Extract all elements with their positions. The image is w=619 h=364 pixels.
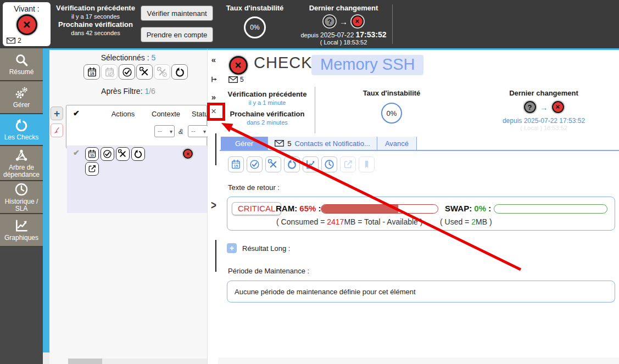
contexte-filter-select[interactable]: -- ▾ bbox=[154, 125, 175, 137]
undo-icon bbox=[14, 118, 29, 132]
check-mail: 5 bbox=[228, 76, 244, 83]
bottom-strip bbox=[218, 357, 619, 364]
bulk-actions-toolbar bbox=[83, 64, 188, 80]
next-check-label: Prochaine vérification bbox=[220, 109, 315, 119]
arrow-to-bar-icon bbox=[210, 75, 218, 83]
last-change-since: depuis 2025-07-22 17:53:52 bbox=[295, 30, 392, 39]
horizontal-scrollbar[interactable] bbox=[68, 359, 207, 364]
undo-icon bbox=[287, 159, 297, 170]
row-status-critical-icon bbox=[183, 149, 193, 159]
check-mail-count: 5 bbox=[240, 76, 244, 83]
row-schedule-button[interactable] bbox=[85, 147, 99, 161]
share-icon bbox=[87, 164, 97, 173]
swap-progress-bar bbox=[494, 204, 607, 214]
ram-consumed-detail: ( Consumed = 2417MB = Total - Available … bbox=[276, 217, 422, 226]
acknowledge-checks-button[interactable] bbox=[119, 64, 135, 80]
long-result-row: + Résultat Long : bbox=[227, 243, 290, 253]
envelope-icon bbox=[228, 76, 238, 83]
maintenance-box: Aucune période de maintenance définie po… bbox=[227, 281, 615, 303]
checks-table-header: ✔ Actions Contexte Statut -- ▾ & -- ▾ bbox=[66, 105, 207, 148]
sidebar-item-historique-sla[interactable]: Historique / SLA bbox=[0, 181, 43, 214]
topbar-verification-block: Vérification précédente il y a 17 second… bbox=[54, 4, 137, 37]
resize-handle[interactable] bbox=[215, 133, 216, 165]
sidebar-item-label: Résumé bbox=[9, 69, 34, 76]
entity-name-badge: Memory SSH bbox=[311, 55, 423, 75]
close-panel-button[interactable]: × bbox=[208, 107, 220, 116]
expand-panel-button[interactable]: » bbox=[208, 93, 220, 102]
next-check-value: dans 2 minutes bbox=[220, 119, 315, 127]
row-tools-button[interactable] bbox=[116, 147, 130, 161]
row-export-button[interactable] bbox=[85, 162, 99, 176]
check-info-row: Vérification précédente il y a 1 minute … bbox=[220, 84, 619, 135]
tab-avance[interactable]: Avancé bbox=[377, 137, 417, 150]
acknowledge-button[interactable] bbox=[247, 156, 263, 172]
clear-filter-button[interactable] bbox=[51, 124, 63, 137]
prev-check-value: il y a 1 minute bbox=[220, 99, 315, 107]
sidebar-item-resume[interactable]: Résumé bbox=[0, 48, 43, 81]
check-instability-block: Taux d'instabilité 0% bbox=[315, 88, 469, 124]
tab-gerer[interactable]: Gérer bbox=[221, 137, 268, 150]
tools-button[interactable] bbox=[136, 64, 153, 80]
ram-progress-bar bbox=[321, 204, 438, 214]
collapse-panel-button[interactable]: « bbox=[208, 55, 220, 64]
expand-to-edge-button[interactable] bbox=[208, 75, 220, 85]
check-circle-icon bbox=[103, 149, 112, 159]
tools-icon bbox=[268, 159, 278, 170]
row-acknowledge-button[interactable] bbox=[101, 147, 114, 161]
schedule-button[interactable] bbox=[228, 156, 244, 172]
column-statut: Statut bbox=[192, 110, 207, 118]
accent-divider-strip-end bbox=[43, 352, 49, 364]
sidebar-item-gerer[interactable]: Gérer bbox=[0, 81, 43, 114]
ram-progress-fill bbox=[321, 205, 398, 213]
panel-resize-strip: « » × > bbox=[208, 48, 220, 364]
status-critical-icon bbox=[16, 14, 37, 35]
graphs-button[interactable] bbox=[303, 156, 319, 172]
accent-divider-strip bbox=[43, 48, 49, 352]
recheck-button[interactable] bbox=[171, 64, 188, 80]
next-check-value: dans 42 secondes bbox=[54, 29, 137, 37]
check-row-memory-ssh[interactable]: ✔ bbox=[67, 145, 207, 213]
unknown-state-icon: ? bbox=[524, 101, 536, 113]
expand-long-result-button[interactable]: + bbox=[227, 243, 237, 253]
unschedule-button[interactable] bbox=[101, 64, 118, 80]
select-all-checkbox[interactable]: ✔ bbox=[73, 109, 80, 117]
recheck-button[interactable] bbox=[284, 156, 300, 172]
sidebar-item-arbre-dependance[interactable]: Arbre de dépendance bbox=[0, 146, 43, 181]
resize-handle[interactable] bbox=[215, 240, 216, 272]
swap-label: SWAP: 0% : bbox=[445, 204, 491, 213]
instability-label: Taux d'instabilité bbox=[221, 4, 288, 13]
row-checkbox[interactable]: ✔ bbox=[73, 148, 80, 157]
acknowledge-button[interactable]: Prendre en compte bbox=[141, 27, 213, 42]
add-check-button[interactable]: + bbox=[51, 107, 63, 120]
sidebar-item-label: Gérer bbox=[13, 102, 30, 109]
tools-icon bbox=[140, 67, 150, 77]
caret-down-icon: ▾ bbox=[203, 128, 206, 135]
check-circle-icon bbox=[122, 67, 132, 77]
tools-button[interactable] bbox=[265, 156, 281, 172]
row-recheck-button[interactable] bbox=[131, 147, 145, 161]
search-icon bbox=[14, 53, 29, 67]
last-change-since: depuis 2025-07-22 17:53:52 bbox=[469, 117, 619, 125]
next-check-label: Prochaine vérification bbox=[54, 20, 137, 29]
sidebar-item-label: Historique / SLA bbox=[0, 198, 43, 212]
envelope-icon bbox=[275, 140, 284, 147]
external-link-button[interactable] bbox=[340, 156, 356, 172]
history-button[interactable] bbox=[321, 156, 337, 172]
sidebar-item-graphiques[interactable]: Graphiques bbox=[0, 214, 43, 247]
chevron-right-icon[interactable]: > bbox=[208, 200, 220, 211]
sidebar-item-les-checks[interactable]: Les Checks bbox=[0, 114, 43, 146]
check-now-button[interactable]: Vérifier maintenant bbox=[141, 5, 213, 21]
instability-gauge: 0% bbox=[381, 103, 402, 124]
calendar-icon bbox=[87, 149, 97, 159]
broom-icon bbox=[53, 126, 62, 135]
statut-filter-select[interactable]: -- ▾ bbox=[188, 125, 208, 137]
arrow-right-icon: → bbox=[540, 103, 548, 112]
bookmark-button[interactable] bbox=[359, 156, 375, 172]
scrollbar-thumb[interactable] bbox=[68, 359, 102, 364]
sidebar-item-label: Les Checks bbox=[4, 134, 39, 141]
filter-join-label: & bbox=[179, 127, 183, 136]
top-status-bar: Vivant : 2 Vérification précédente il y … bbox=[0, 0, 619, 48]
tab-contacts-notifications[interactable]: 5 Contacts et Notificatio... bbox=[268, 137, 377, 150]
schedule-button[interactable] bbox=[83, 64, 100, 80]
tools-disabled-button[interactable] bbox=[154, 64, 170, 80]
